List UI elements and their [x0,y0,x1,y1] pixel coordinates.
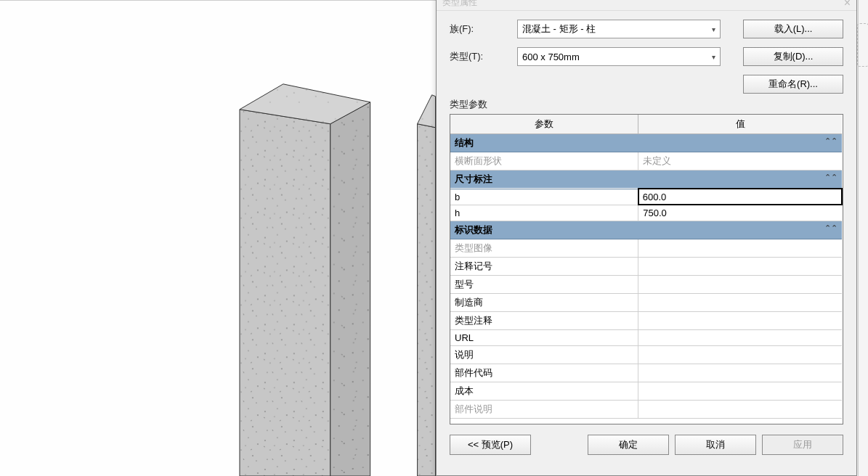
param-value-cell[interactable] [638,312,842,330]
param-value-cell[interactable]: 未定义 [638,152,842,171]
param-row[interactable]: 注释记号 [450,258,842,276]
param-row[interactable]: 型号 [450,276,842,294]
param-name-cell[interactable]: h [450,205,638,221]
chevron-down-icon: ▾ [712,25,715,33]
type-properties-dialog: 类型属性 × 族(F): 混凝土 - 矩形 - 柱 ▾ 载入(L)... 类型(… [436,0,857,476]
param-value-cell[interactable] [638,294,842,312]
param-value-cell[interactable] [638,330,842,346]
param-name-cell[interactable]: 横断面形状 [450,152,638,171]
load-button[interactable]: 载入(L)... [743,20,843,38]
param-group-header[interactable]: 结构⌃⌃ [450,134,842,152]
type-label: 类型(T): [450,50,511,63]
chevron-down-icon: ▾ [712,53,715,61]
param-name-cell[interactable]: 部件说明 [450,401,638,419]
col-header-param[interactable]: 参数 [450,115,638,134]
param-row[interactable]: 部件代码 [450,364,842,382]
svg-marker-22 [330,102,370,476]
type-params-label: 类型参数 [437,94,856,114]
collapse-icon[interactable]: ⌃⌃ [824,136,837,146]
collapsed-panel-tab[interactable] [857,23,868,67]
param-value-cell[interactable] [638,239,842,258]
param-value-cell[interactable] [638,258,842,276]
param-row[interactable]: 制造商 [450,294,842,312]
param-value-cell[interactable]: 600.0 [638,189,842,205]
param-value-cell[interactable] [638,401,842,419]
param-value-cell[interactable] [638,346,842,364]
param-group-header[interactable]: 尺寸标注⌃⌃ [450,171,842,189]
param-row[interactable]: 横断面形状未定义 [450,152,842,171]
type-params-table[interactable]: 参数 值 结构⌃⌃横断面形状未定义尺寸标注⌃⌃b600.0h750.0标识数据⌃… [450,115,843,424]
param-name-cell[interactable]: 部件代码 [450,364,638,382]
param-name-cell[interactable]: 制造商 [450,294,638,312]
rename-button[interactable]: 重命名(R)... [743,75,843,94]
col-header-value[interactable]: 值 [638,115,842,134]
ok-button[interactable]: 确定 [588,435,669,455]
param-name-cell[interactable]: 成本 [450,382,638,401]
param-name-cell[interactable]: 类型图像 [450,239,638,258]
apply-button[interactable]: 应用 [762,435,843,455]
svg-marker-24 [418,124,436,476]
preview-button[interactable]: << 预览(P) [450,435,531,455]
right-side-panel-edge [858,0,868,476]
param-row[interactable]: 成本 [450,382,842,401]
param-row[interactable]: 类型注释 [450,312,842,330]
param-row[interactable]: b600.0 [450,189,842,205]
family-label: 族(F): [450,22,511,36]
param-name-cell[interactable]: 说明 [450,346,638,364]
param-row[interactable]: h750.0 [450,205,842,221]
family-combobox[interactable]: 混凝土 - 矩形 - 柱 ▾ [517,20,721,38]
param-name-cell[interactable]: 型号 [450,276,638,294]
param-value-cell[interactable] [638,276,842,294]
param-row[interactable]: 说明 [450,346,842,364]
model-preview-viewport[interactable] [0,0,436,476]
dialog-title-text: 类型属性 [442,0,477,9]
column-3d-preview [0,1,436,476]
cancel-button[interactable]: 取消 [675,435,756,455]
param-row[interactable]: URL [450,330,842,346]
param-value-cell[interactable]: 750.0 [638,205,842,221]
param-row[interactable]: 部件说明 [450,401,842,419]
param-value-cell[interactable] [638,364,842,382]
type-combobox[interactable]: 600 x 750mm ▾ [517,47,721,66]
param-name-cell[interactable]: URL [450,330,638,346]
svg-marker-25 [418,95,436,128]
param-name-cell[interactable]: 注释记号 [450,258,638,276]
param-group-header[interactable]: 标识数据⌃⌃ [450,221,842,239]
duplicate-button[interactable]: 复制(D)... [743,47,843,66]
dialog-titlebar[interactable]: 类型属性 × [437,0,856,11]
param-value-cell[interactable] [638,382,842,401]
svg-marker-21 [240,110,330,476]
type-params-panel: 参数 值 结构⌃⌃横断面形状未定义尺寸标注⌃⌃b600.0h750.0标识数据⌃… [450,114,843,424]
family-value: 混凝土 - 矩形 - 柱 [522,22,596,36]
collapse-icon[interactable]: ⌃⌃ [824,173,837,182]
param-name-cell[interactable]: b [450,189,638,205]
param-name-cell[interactable]: 类型注释 [450,312,638,330]
type-value: 600 x 750mm [522,52,580,62]
param-row[interactable]: 类型图像 [450,239,842,258]
close-icon[interactable]: × [844,0,851,9]
collapse-icon[interactable]: ⌃⌃ [824,223,837,233]
